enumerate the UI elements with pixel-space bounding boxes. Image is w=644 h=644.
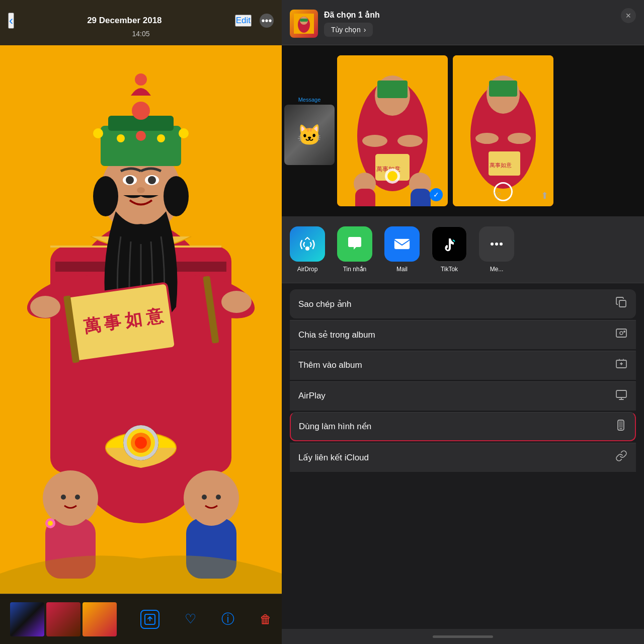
photo-actions: ♡ ⓘ 🗑: [140, 610, 272, 629]
svg-point-42: [48, 475, 93, 526]
photo-time: 14:05: [132, 30, 149, 38]
selected-photo-1[interactable]: 萬事如意 ✓: [337, 55, 448, 206]
home-bar: [433, 635, 493, 638]
svg-point-25: [93, 128, 103, 138]
more-apps-icon: [479, 226, 514, 262]
copy-icon: [615, 296, 627, 311]
svg-point-7: [30, 296, 60, 318]
contact-section: Message: [287, 97, 332, 165]
edit-button[interactable]: Edit: [235, 15, 252, 27]
share-album-icon: [615, 327, 627, 342]
more-label: Me...: [490, 266, 504, 273]
icloud-row[interactable]: Lấy liên kết iCloud: [290, 443, 636, 472]
favorite-button[interactable]: ♡: [185, 611, 196, 627]
svg-point-75: [475, 133, 499, 144]
svg-rect-74: [489, 80, 517, 97]
airplay-label: AirPlay: [298, 391, 326, 401]
svg-rect-60: [377, 80, 408, 98]
share-apps-row: AirDrop Tin nhắn Mail: [282, 216, 644, 283]
tiktok-svg: [440, 234, 459, 254]
svg-point-82: [491, 243, 494, 246]
svg-point-39: [135, 437, 147, 449]
delete-button[interactable]: 🗑: [260, 612, 272, 626]
svg-point-50: [202, 495, 207, 500]
svg-point-23: [157, 134, 165, 142]
copy-photo-label: Sao chép ảnh: [298, 299, 351, 309]
svg-rect-85: [619, 300, 626, 307]
svg-point-88: [623, 331, 625, 333]
svg-rect-56: [300, 19, 308, 22]
svg-point-43: [61, 495, 66, 500]
share-button[interactable]: [140, 610, 159, 629]
thumbnail-strip: [10, 602, 140, 636]
svg-point-11: [93, 176, 118, 216]
svg-point-12: [164, 176, 189, 216]
svg-point-62: [397, 135, 423, 147]
close-share-button[interactable]: ✕: [621, 8, 636, 23]
home-indicator: [282, 629, 644, 644]
airdrop-label: AirDrop: [297, 266, 318, 273]
messages-svg: [345, 234, 364, 254]
app-messages[interactable]: Tin nhắn: [337, 226, 372, 273]
share-header: Đã chọn 1 ảnh Tùy chọn › ✕: [282, 0, 644, 45]
photo-strip: Message 萬事如意 ✓: [282, 45, 644, 216]
icloud-label: Lấy liên kết iCloud: [298, 452, 369, 463]
thumb-deity: 萬事如意: [337, 55, 448, 206]
svg-text:萬: 萬: [83, 315, 103, 336]
svg-rect-86: [616, 329, 626, 337]
copy-photo-row[interactable]: Sao chép ảnh: [290, 289, 636, 318]
photo-2[interactable]: 萬事如意 ⬆ ♡: [453, 55, 553, 206]
share-album-row[interactable]: Chia sẻ trong album: [290, 320, 636, 349]
svg-point-61: [362, 135, 387, 147]
share-overlay-icon: ⬆: [541, 190, 548, 201]
add-album-label: Thêm vào album: [298, 360, 362, 370]
thumbnail-3[interactable]: [83, 602, 117, 636]
svg-point-87: [620, 332, 623, 335]
airplay-row[interactable]: AirPlay: [290, 381, 636, 411]
svg-point-49: [189, 475, 234, 526]
svg-text:如: 如: [123, 309, 143, 331]
contact-photo: [284, 105, 335, 165]
back-button[interactable]: ‹: [8, 13, 14, 29]
wallpaper-row[interactable]: Dùng làm hình nền: [290, 412, 636, 441]
app-mail[interactable]: Mail: [384, 226, 420, 273]
app-tiktok[interactable]: TikTok: [432, 226, 467, 273]
thumbnail-2[interactable]: [46, 602, 80, 636]
svg-point-26: [179, 128, 189, 138]
more-svg: [487, 234, 506, 254]
airdrop-svg: [298, 234, 317, 254]
share-options-button[interactable]: Tùy chọn ›: [324, 23, 373, 37]
airdrop-icon: [290, 226, 325, 262]
svg-point-83: [495, 243, 498, 246]
more-button[interactable]: •••: [260, 14, 274, 28]
messages-label: Tin nhắn: [343, 266, 367, 273]
app-airdrop[interactable]: AirDrop: [290, 226, 325, 273]
svg-rect-90: [616, 390, 626, 397]
svg-point-21: [117, 134, 125, 142]
heart-overlay: ♡: [493, 190, 501, 201]
tiktok-label: TikTok: [441, 266, 458, 273]
share-count-title: Đã chọn 1 ảnh: [324, 10, 636, 20]
photo-bottom-bar: ♡ ⓘ 🗑: [0, 594, 282, 644]
airplay-icon: [615, 388, 627, 404]
svg-rect-66: [355, 189, 375, 206]
mail-svg: [392, 234, 412, 254]
svg-point-20: [132, 102, 150, 120]
share-album-label: Chia sẻ trong album: [298, 330, 375, 340]
selected-badge: ✓: [430, 188, 443, 201]
svg-point-24: [135, 73, 147, 86]
wallpaper-label: Dùng làm hình nền: [299, 421, 371, 432]
svg-text:萬事如意: 萬事如意: [490, 162, 512, 168]
svg-rect-93: [619, 428, 622, 429]
mail-label: Mail: [396, 266, 408, 273]
messages-icon: [337, 226, 372, 262]
info-button[interactable]: ⓘ: [221, 610, 234, 628]
app-more[interactable]: Me...: [479, 226, 514, 273]
thumbnail-1[interactable]: [10, 602, 44, 636]
svg-point-79: [305, 247, 309, 251]
share-preview-thumb: [290, 10, 318, 38]
svg-point-76: [508, 133, 531, 144]
add-album-row[interactable]: Thêm vào album: [290, 351, 636, 380]
svg-text:意: 意: [144, 306, 165, 328]
svg-rect-92: [619, 421, 623, 428]
